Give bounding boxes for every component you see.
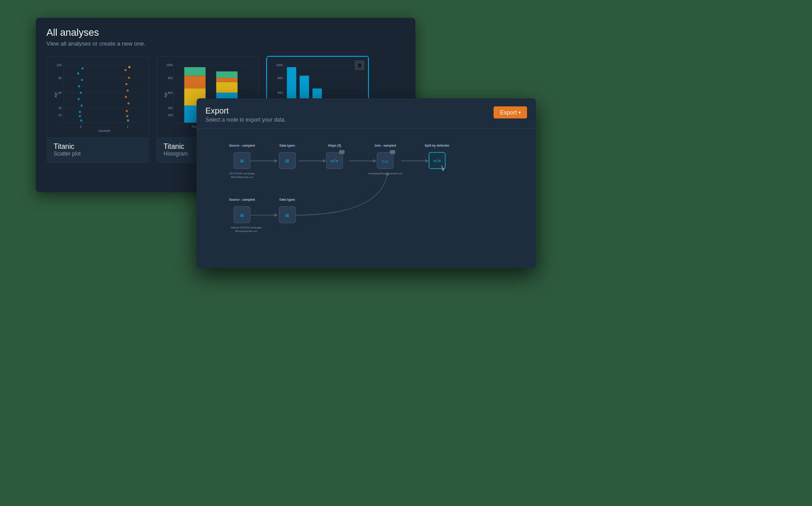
node-source1: ⊞ [234, 152, 250, 169]
svg-text:40: 40 [58, 106, 62, 110]
analysis-card-scatter[interactable]: 100 80 60 40 20 Age 0 1 Survived [46, 56, 149, 163]
svg-point-31 [126, 115, 128, 118]
svg-text:20: 20 [58, 114, 62, 117]
svg-text:80: 80 [58, 76, 62, 80]
svg-text:⊞: ⊞ [286, 158, 289, 164]
svg-text:Source - sampled: Source - sampled [229, 198, 255, 202]
svg-text:S3-072320-campaign: S3-072320-campaign [229, 172, 255, 175]
node-datatypes2: ⊞ [279, 207, 295, 223]
svg-point-20 [81, 79, 83, 81]
pipeline-svg: ⊞ Source - sampled S3-072320-campaign Mo… [205, 138, 527, 254]
svg-point-22 [80, 119, 82, 122]
svg-point-29 [126, 83, 128, 85]
node-steps: </> [326, 150, 345, 169]
svg-text:1000: 1000 [276, 63, 283, 67]
svg-point-28 [126, 89, 129, 92]
scatter-chart-area: 100 80 60 40 20 Age 0 1 Survived [47, 57, 148, 137]
svg-rect-88 [339, 150, 344, 154]
svg-text:campaignMovieSpecials.csv: campaignMovieSpecials.csv [368, 172, 402, 175]
export-button[interactable]: Export ▾ [494, 106, 527, 118]
svg-point-24 [81, 67, 84, 70]
svg-rect-47 [184, 67, 206, 76]
scatter-chart-svg: 100 80 60 40 20 Age 0 1 Survived [51, 60, 145, 134]
svg-text:Age: Age [164, 92, 167, 97]
svg-text:800: 800 [278, 76, 283, 80]
export-header-text: Export Select a node to export your data… [205, 106, 286, 123]
svg-text:Data types: Data types [280, 198, 295, 202]
svg-text:⊞: ⊞ [286, 212, 289, 219]
svg-rect-52 [216, 78, 238, 82]
export-title: Export [205, 106, 286, 116]
svg-point-17 [78, 98, 80, 100]
svg-text:0: 0 [80, 125, 82, 128]
svg-text:Source - sampled: Source - sampled [229, 144, 255, 148]
svg-text:⊃⊂: ⊃⊂ [381, 159, 389, 164]
scatter-card-title: Titanic [54, 143, 142, 151]
svg-point-19 [78, 85, 80, 88]
export-subtitle: Select a node to export your data. [205, 117, 286, 123]
chevron-down-icon: ▾ [519, 110, 521, 115]
node-join: ⊃⊂ [377, 150, 395, 169]
scatter-card-subtitle: Scatter plot [54, 151, 142, 157]
svg-text:Age: Age [54, 92, 58, 97]
export-modal-body: ⊞ Source - sampled S3-072320-campaign Mo… [197, 129, 536, 263]
node-split: </> [429, 152, 445, 171]
svg-point-23 [77, 72, 80, 75]
svg-text:600: 600 [168, 91, 173, 94]
svg-text:</>: </> [331, 158, 338, 163]
svg-point-33 [127, 119, 129, 122]
svg-rect-48 [184, 76, 206, 89]
svg-point-34 [128, 66, 130, 68]
svg-text:800: 800 [168, 76, 173, 80]
svg-text:1: 1 [127, 125, 129, 128]
panel-title: All analyses [46, 27, 405, 38]
svg-text:100: 100 [57, 63, 62, 67]
node-datatypes1: ⊞ [279, 152, 295, 169]
svg-text:Steps (5): Steps (5) [328, 144, 341, 148]
svg-text:MovieSpecials.csv: MovieSpecials.csv [231, 176, 253, 178]
delete-icon[interactable] [355, 60, 364, 70]
svg-text:Split by delimiter: Split by delimiter [425, 144, 450, 148]
svg-text:1000: 1000 [166, 63, 173, 67]
svg-text:⊞: ⊞ [240, 212, 243, 219]
export-modal: Export Select a node to export your data… [197, 98, 536, 268]
node-source2: ⊞ [234, 207, 250, 223]
svg-text:60: 60 [58, 91, 62, 94]
svg-point-16 [80, 105, 83, 107]
svg-point-26 [127, 102, 130, 105]
svg-point-27 [125, 96, 127, 98]
scatter-card-info: Titanic Scatter plot [47, 137, 148, 162]
export-modal-header: Export Select a node to export your data… [197, 98, 536, 129]
svg-rect-92 [390, 150, 395, 154]
svg-text:Join - sampled: Join - sampled [374, 144, 396, 148]
panel-subtitle: View all analyses or create a new one. [46, 40, 405, 47]
svg-rect-53 [216, 82, 238, 93]
svg-text:Athena-072320-campaign: Athena-072320-campaign [231, 226, 262, 229]
svg-text:200: 200 [168, 114, 173, 117]
svg-text:MovieSpecials.csv: MovieSpecials.csv [235, 230, 257, 232]
svg-point-21 [79, 115, 81, 118]
svg-text:Survived: Survived [98, 129, 110, 132]
svg-rect-51 [216, 72, 238, 78]
svg-text:400: 400 [168, 106, 173, 110]
export-button-label: Export [500, 109, 517, 116]
svg-point-18 [80, 92, 82, 94]
svg-text:600: 600 [278, 91, 283, 94]
svg-point-25 [126, 110, 128, 112]
svg-point-32 [125, 69, 127, 71]
svg-point-30 [128, 77, 130, 79]
svg-text:Data types: Data types [280, 144, 295, 148]
svg-text:</>: </> [433, 158, 441, 163]
svg-point-15 [79, 111, 81, 113]
svg-text:⊞: ⊞ [240, 158, 243, 164]
